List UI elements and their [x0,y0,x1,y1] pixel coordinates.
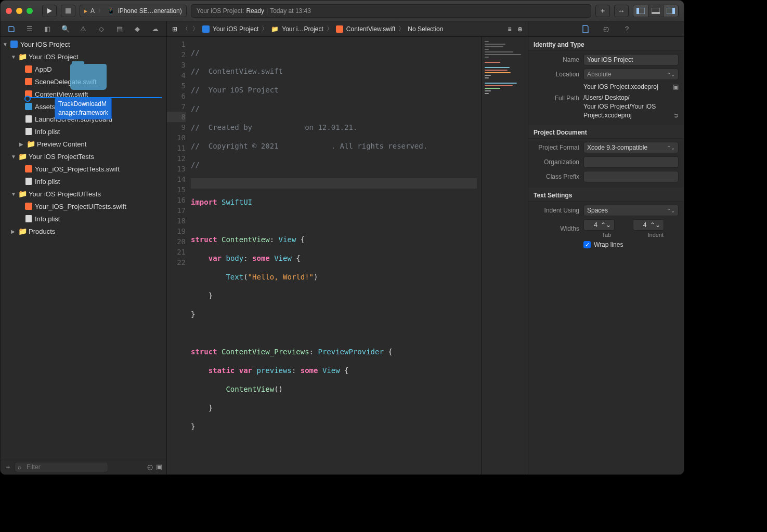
checkbox-checked-icon: ✓ [583,241,591,248]
tree-label: Your iOS Project [29,53,79,61]
field-label: Full Path [534,94,579,102]
tree-group[interactable]: ▶📁 Products [1,225,166,237]
tree-file[interactable]: Your_iOS_ProjectTests.swift [1,163,166,175]
svg-rect-0 [66,8,71,14]
choose-path-icon[interactable]: ▣ [673,83,679,90]
field-label: Widths [534,225,579,232]
jump-bar[interactable]: ⊞ 〈 〉 Your iOS Project 〉 📁 Your i…Projec… [167,21,528,37]
test-navigator-tab[interactable]: ◇ [95,23,108,35]
find-navigator-tab[interactable]: 🔍 [59,23,72,35]
field-label: Indent Using [534,207,579,214]
issue-navigator-tab[interactable]: ⚠ [77,23,89,35]
scheme-selector[interactable]: ▸ A 〉 📱 iPhone SE…eneration) [80,5,187,17]
tree-label: Your iOS ProjectTests [29,153,94,161]
navigator: ☰ ◧ 🔍 ⚠ ◇ ▤ ◆ ☁ ▼ Your iOS Project ▼📁 Yo… [1,21,167,474]
tree-file[interactable]: Your_iOS_ProjectUITests.swift [1,200,166,212]
tab-width-stepper[interactable]: 4⌃⌄ [583,219,615,231]
svg-rect-6 [672,8,675,14]
scm-filter-button[interactable]: ▣ [156,463,162,471]
tree-label: Info.plist [35,215,60,223]
breakpoint-navigator-tab[interactable]: ◆ [131,23,144,35]
tree-label: Your iOS ProjectUITests [29,190,101,198]
field-sublabel: Indent [633,232,679,238]
project-format-select[interactable]: Xcode 9.3-compatible⌃⌄ [583,142,679,153]
organization-field[interactable] [583,156,679,168]
code-editor[interactable]: 1234567 8 9101112131415 16171819202122 /… [167,37,528,474]
project-navigator-tab[interactable] [5,23,18,35]
minimap[interactable] [481,37,528,474]
tree-label: Preview Content [37,140,86,148]
svg-rect-2 [636,8,639,14]
indent-width-stepper[interactable]: 4⌃⌄ [633,219,664,231]
checkbox-label: Wrap lines [594,241,623,248]
forward-button[interactable]: 〉 [192,25,199,33]
location-select[interactable]: Absolute⌃⌄ [583,69,679,80]
drag-label: TrackDownloadM anager.framework [55,98,112,119]
section-header: Project Document [528,125,684,139]
toggle-debug-area-button[interactable] [648,5,664,17]
fullpath-text: Project.xcodeproj [583,111,670,120]
tree-group[interactable]: ▼📁 Your iOS Project [1,50,166,63]
tree-group[interactable]: ▼📁 Your iOS ProjectTests [1,150,166,163]
recent-filter-button[interactable]: ◴ [147,463,153,471]
editor-options-icon[interactable]: ≡ [506,25,513,33]
tree-group[interactable]: ▶📁 Preview Content [1,138,166,150]
toggle-navigator-button[interactable] [633,5,648,17]
activity-view: Your iOS Project: Ready | Today at 13:43 [191,4,591,18]
inspector-tabs: ◴ ? [528,21,684,37]
tree-project-root[interactable]: ▼ Your iOS Project [1,38,166,50]
name-field[interactable]: Your iOS Project [583,54,679,65]
class-prefix-field[interactable] [583,171,679,182]
navigator-bottom-bar: ＋ ⌕ ◴ ▣ [1,459,166,474]
svg-rect-4 [652,12,660,14]
field-sublabel: Tab [583,232,630,238]
tree-group[interactable]: ▼📁 Your iOS ProjectUITests [1,188,166,200]
report-navigator-tab[interactable]: ☁ [149,23,162,35]
folder-icon: 📁 [271,25,279,33]
stop-button[interactable] [61,5,75,17]
tree-file[interactable]: Info.plist [1,212,166,225]
tree-label: Your_iOS_ProjectUITests.swift [35,203,126,210]
add-target-button[interactable]: ＋ [5,462,11,472]
tree-label: Your_iOS_ProjectTests.swift [35,165,120,173]
debug-navigator-tab[interactable]: ▤ [113,23,126,35]
tree-file[interactable]: AppD [1,63,166,75]
run-button[interactable] [42,5,57,17]
project-tree[interactable]: ▼ Your iOS Project ▼📁 Your iOS Project A… [1,37,166,459]
section-header: Text Settings [528,188,684,202]
tree-label: Info.plist [35,178,60,185]
tree-file[interactable]: Info.plist [1,175,166,188]
tree-file[interactable]: Info.plist [1,125,166,138]
indent-using-select[interactable]: Spaces⌃⌄ [583,205,679,216]
tree-file[interactable]: SceneDelegate.swift [1,75,166,88]
related-items-icon[interactable]: ⊞ [171,25,178,33]
wrap-lines-checkbox[interactable]: ✓ Wrap lines [583,241,679,248]
swift-file-icon [336,25,343,33]
code-text[interactable]: // // ContentView.swift // Your iOS Proj… [191,37,481,474]
symbol-navigator-tab[interactable]: ◧ [41,23,54,35]
project-icon [202,25,210,33]
minimize-button[interactable] [16,8,22,14]
add-button[interactable]: ＋ [595,5,610,17]
close-button[interactable] [6,8,12,14]
help-inspector-tab[interactable]: ? [622,24,632,34]
jumpbar-item[interactable]: ContentView.swift [346,25,396,33]
zoom-button[interactable] [27,8,33,14]
back-button[interactable]: 〈 [181,25,189,33]
file-inspector-tab[interactable] [581,24,590,34]
toggle-inspector-button[interactable] [663,5,679,17]
fullpath-text: /Users/ Desktop/ [583,94,679,102]
jumpbar-item[interactable]: Your iOS Project [213,25,258,33]
search-icon: ⌕ [18,463,21,471]
jumpbar-item[interactable]: Your i…Project [282,25,323,33]
jumpbar-item[interactable]: No Selection [408,25,443,33]
tree-label: Products [29,228,55,235]
source-control-navigator-tab[interactable]: ☰ [23,23,36,35]
reveal-in-finder-icon[interactable]: ➲ [673,111,679,120]
panel-toggle-group [633,5,679,17]
section-header: Identity and Type [528,37,684,51]
filter-input[interactable] [15,462,108,472]
add-editor-icon[interactable]: ⊕ [516,25,524,33]
code-review-button[interactable]: ↔ [614,5,629,17]
history-inspector-tab[interactable]: ◴ [602,24,611,34]
